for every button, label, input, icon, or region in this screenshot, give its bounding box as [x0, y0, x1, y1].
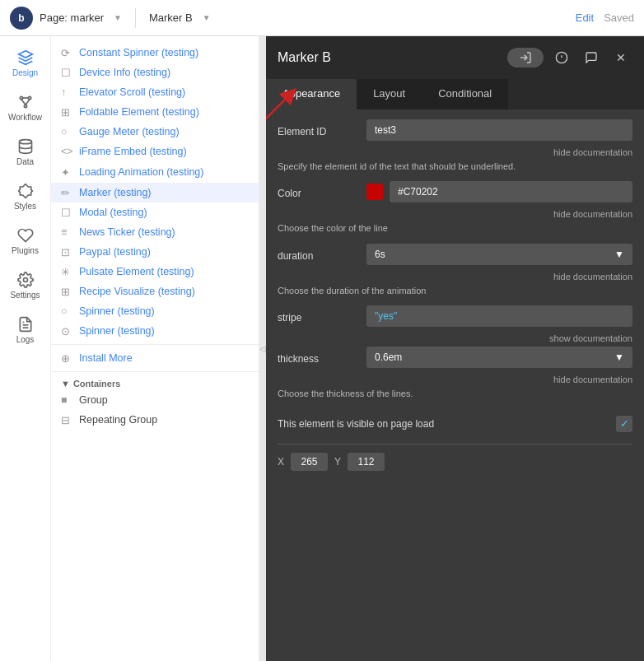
- element-name: Marker (testing): [79, 187, 152, 198]
- sidebar-item-data[interactable]: Data: [0, 132, 50, 173]
- stripe-doc[interactable]: show documentation: [278, 333, 632, 343]
- toggle-button[interactable]: [507, 48, 544, 67]
- element-dropdown-icon[interactable]: ▼: [203, 13, 211, 22]
- device-icon: ☐: [61, 67, 72, 78]
- list-item-marker[interactable]: ✏ Marker (testing): [51, 183, 259, 202]
- element-id-label: Element ID: [278, 119, 360, 137]
- thickness-select[interactable]: 0.6em ▼: [366, 347, 632, 368]
- repeating-icon: ⊟: [61, 414, 72, 426]
- close-button[interactable]: ✕: [609, 46, 632, 69]
- y-value[interactable]: 112: [348, 453, 385, 471]
- paypal-icon: ⊡: [61, 246, 72, 258]
- thickness-label: thickness: [278, 347, 360, 365]
- sidebar-item-settings[interactable]: Settings: [0, 265, 50, 306]
- sidebar-logs-label: Logs: [16, 335, 35, 344]
- element-name: Spinner (testing): [79, 325, 155, 337]
- top-bar-right: Edit Saved: [576, 12, 634, 24]
- install-more-button[interactable]: ⊕ Install More: [51, 348, 259, 368]
- sidebar-item-logs[interactable]: Logs: [0, 310, 50, 351]
- list-item[interactable]: ○ Spinner (testing): [51, 301, 259, 321]
- color-value[interactable]: #C70202: [366, 181, 632, 202]
- news-icon: ≡: [61, 226, 72, 238]
- sidebar-item-plugins[interactable]: Plugins: [0, 221, 50, 262]
- element-list: ⟳ Constant Spinner (testing) ☐ Device In…: [51, 36, 259, 661]
- list-item-repeating[interactable]: ⊟ Repeating Group: [51, 410, 259, 430]
- sidebar-workflow-label: Workflow: [8, 113, 42, 122]
- svg-line-4: [26, 100, 30, 105]
- tab-layout[interactable]: Layout: [357, 79, 422, 109]
- element-name: Constant Spinner (testing): [79, 47, 198, 58]
- visible-checkbox[interactable]: ✓: [616, 416, 632, 432]
- element-name: Elevator Scroll (testing): [79, 86, 185, 98]
- brackets-icon: <>: [61, 146, 72, 157]
- duration-select-value: 6s: [375, 249, 385, 260]
- visible-label: This element is visible on page load: [278, 418, 434, 430]
- comment-button[interactable]: [580, 46, 603, 69]
- chevron-down-icon: ▼: [614, 249, 624, 260]
- list-item[interactable]: <> iFrame Embed (testing): [51, 142, 259, 161]
- x-value[interactable]: 265: [291, 453, 328, 471]
- list-item[interactable]: ○ Gauge Meter (testing): [51, 122, 259, 142]
- color-row: Color #C70202: [278, 181, 632, 202]
- thickness-doc[interactable]: hide documentation: [278, 375, 632, 384]
- page-label: Page: marker: [40, 12, 104, 24]
- element-id-doc[interactable]: hide documentation: [278, 147, 632, 157]
- list-item[interactable]: ⟳ Constant Spinner (testing): [51, 43, 259, 63]
- list-item[interactable]: ≡ News Ticker (testing): [51, 222, 259, 242]
- element-id-value: [366, 119, 632, 141]
- list-item-group[interactable]: ■ Group: [51, 390, 259, 410]
- tab-appearance[interactable]: Appearance: [266, 79, 357, 109]
- visible-row: This element is visible on page load ✓: [278, 409, 632, 439]
- panel-title: Marker B: [278, 50, 501, 65]
- top-bar: b Page: marker ▼ Marker B ▼ Edit Saved: [0, 0, 644, 36]
- duration-row: duration 6s ▼: [278, 244, 632, 265]
- gauge-icon: ○: [61, 126, 72, 137]
- svg-line-5: [21, 100, 26, 105]
- duration-select[interactable]: 6s ▼: [366, 244, 632, 265]
- chevron-down-icon: ▼: [614, 351, 624, 363]
- sidebar-item-styles[interactable]: Styles: [0, 176, 50, 217]
- list-item[interactable]: ☐ Modal (testing): [51, 202, 259, 222]
- element-name: Pulsate Element (testing): [79, 266, 194, 277]
- stripe-label: stripe: [278, 305, 360, 324]
- sidebar-item-workflow[interactable]: Workflow: [0, 87, 50, 128]
- page-dropdown-icon[interactable]: ▼: [114, 13, 122, 22]
- element-name: iFrame Embed (testing): [79, 146, 187, 157]
- resize-handle[interactable]: ◁: [259, 36, 266, 661]
- thickness-row: thickness 0.6em ▼: [278, 347, 632, 368]
- element-name: Recipe Visualize (testing): [79, 286, 195, 297]
- svg-point-7: [23, 278, 27, 282]
- element-name: News Ticker (testing): [79, 226, 175, 238]
- separator: [51, 344, 259, 345]
- stripe-value-text[interactable]: "yes": [366, 305, 632, 327]
- marker-icon: ✏: [61, 187, 72, 198]
- list-item[interactable]: ⊞ Foldable Element (testing): [51, 102, 259, 122]
- list-item[interactable]: ⊞ Recipe Visualize (testing): [51, 282, 259, 301]
- element-name: Paypal (testing): [79, 246, 151, 258]
- edit-label[interactable]: Edit: [576, 12, 594, 24]
- thickness-select-value: 0.6em: [375, 351, 402, 363]
- separator2: [51, 371, 259, 372]
- list-item[interactable]: ✳ Pulsate Element (testing): [51, 262, 259, 282]
- duration-doc[interactable]: hide documentation: [278, 272, 632, 282]
- tab-conditional[interactable]: Conditional: [422, 79, 508, 109]
- color-desc: Choose the color of the line: [278, 222, 632, 235]
- list-item[interactable]: ☐ Device Info (testing): [51, 63, 259, 82]
- sidebar-item-design[interactable]: Design: [0, 43, 50, 84]
- color-doc[interactable]: hide documentation: [278, 209, 632, 219]
- list-item[interactable]: ↑ Elevator Scroll (testing): [51, 82, 259, 102]
- svg-point-0: [20, 96, 22, 99]
- list-item[interactable]: ⊡ Paypal (testing): [51, 242, 259, 262]
- divider: [278, 444, 632, 445]
- list-item[interactable]: ✦ Loading Animation (testing): [51, 161, 259, 183]
- coords-row: X 265 Y 112: [278, 453, 632, 471]
- spinner2-icon: ○: [61, 305, 72, 317]
- group-icon: ■: [61, 394, 72, 406]
- pulsate-icon: ✳: [61, 266, 72, 277]
- list-item[interactable]: ⊙ Spinner (testing): [51, 321, 259, 341]
- info-button[interactable]: [550, 46, 573, 69]
- separator: [135, 8, 136, 28]
- element-id-input[interactable]: [366, 119, 632, 141]
- color-swatch[interactable]: [366, 184, 383, 200]
- element-name: Spinner (testing): [79, 305, 155, 317]
